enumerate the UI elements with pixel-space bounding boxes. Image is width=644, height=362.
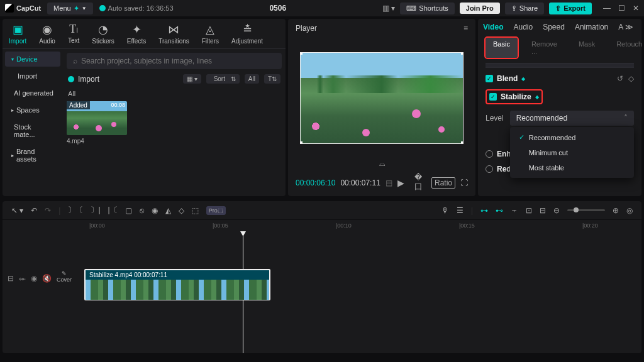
tab-stickers[interactable]: ◔Stickers (92, 23, 114, 45)
all-filter-button[interactable]: All (245, 74, 259, 84)
crop-handle[interactable] (461, 141, 464, 144)
layout-icon[interactable]: ▥ ▾ (382, 4, 395, 13)
link-icon[interactable]: ⊷ (496, 206, 503, 215)
reduce-radio[interactable] (486, 165, 493, 173)
subtab-remove[interactable]: Remove ... (524, 38, 565, 58)
zoom-out-icon[interactable]: ⊖ (553, 206, 560, 215)
media-thumbnail[interactable]: Added 00:08 4.mp4 (67, 101, 127, 145)
crop-handle[interactable] (461, 52, 464, 55)
undo-icon[interactable]: ↶ (31, 206, 37, 215)
dd-min-label: Minimum cut (529, 149, 568, 156)
delete-icon[interactable]: ▢ (125, 206, 132, 215)
pro-tool-icon[interactable]: Prо⬚ (206, 206, 226, 215)
sidebar-item-import[interactable]: Import (5, 69, 60, 84)
fit-icon[interactable]: ◎ (626, 206, 633, 215)
camera-mode-icon[interactable]: ⌓ (379, 159, 385, 168)
dd-item-most-stable[interactable]: Most stable (510, 160, 634, 175)
play-button[interactable]: ▶ (397, 178, 404, 188)
pointer-tool[interactable]: ↖ ▾ (11, 206, 23, 215)
sidebar-item-ai[interactable]: AI generated (5, 85, 60, 101)
cover-button[interactable]: ✎ Cover (55, 269, 73, 284)
zoom-in-icon[interactable]: ⊕ (613, 206, 619, 215)
tab-audio[interactable]: Audio (513, 23, 533, 31)
caption-icon[interactable]: ☰ (457, 206, 464, 215)
share-button[interactable]: ⇪ Share (505, 3, 544, 14)
record-icon[interactable]: ◉ (152, 206, 158, 215)
filter-icon[interactable]: T⇅ (264, 74, 280, 84)
tool-align-icon[interactable]: ⊡ (526, 206, 532, 215)
reset-icon[interactable]: ↺ (617, 74, 623, 83)
tab-text[interactable]: TIText (68, 23, 79, 45)
subtab-mask[interactable]: Mask (571, 38, 602, 58)
join-pro-button[interactable]: Join Pro (460, 3, 500, 14)
timeline-clip[interactable]: Stabilize 4.mp4 00:00:07:11 (84, 269, 270, 300)
mic-icon[interactable]: 🎙 (441, 206, 449, 215)
tab-video[interactable]: Video (483, 23, 503, 31)
tool-snap-icon[interactable]: ⊟ (540, 206, 546, 215)
tab-audio-label: Audio (39, 38, 55, 45)
tool-cut-icon[interactable]: ⫟ (511, 206, 518, 215)
export-button[interactable]: ⇧ Export (549, 3, 592, 14)
search-icon: ⌕ (73, 57, 77, 65)
subtab-retouch[interactable]: Retouch (609, 38, 644, 58)
search-input[interactable]: ⌕ Search project, subjects in image, lin… (67, 53, 282, 69)
level-label: Level (486, 114, 504, 123)
text-icon: TI (69, 23, 78, 36)
enhance-radio[interactable] (486, 150, 493, 158)
minimize-icon[interactable]: — (603, 4, 611, 13)
crop-handle[interactable] (300, 141, 303, 144)
blend-checkbox[interactable]: ✓ (486, 75, 493, 82)
player-viewport[interactable] (300, 52, 464, 144)
sidebar-item-stock[interactable]: Stock mate... (5, 119, 60, 142)
stabilize-checkbox[interactable]: ✓ (489, 93, 497, 101)
rotate-icon[interactable]: ◇ (179, 206, 184, 215)
keyboard-icon: ⌨ (406, 4, 416, 13)
join-pro-label: Join Pro (466, 4, 494, 12)
tab-import[interactable]: ▣Import (9, 23, 26, 45)
subtab-basic[interactable]: Basic (486, 38, 518, 58)
track-lock-icon[interactable]: ⬰ (19, 274, 26, 283)
track-mute-icon[interactable]: 🔇 (42, 274, 52, 283)
dd-item-recommended[interactable]: ✓Recommended (510, 129, 634, 145)
tab-animation[interactable]: Animation (575, 23, 608, 31)
menu-button[interactable]: Menu ✦ ▼ (47, 3, 92, 14)
trim-right-icon[interactable]: |〔 (108, 205, 118, 216)
cut-icon[interactable]: ⎋ (140, 206, 144, 215)
sort-button[interactable]: Sort ⇅ (206, 74, 240, 84)
tab-effects[interactable]: ✦Effects (127, 23, 146, 45)
shortcuts-button[interactable]: ⌨ Shortcuts (400, 3, 454, 14)
mirror-icon[interactable]: ◭ (165, 206, 171, 215)
track-visible-icon[interactable]: ◉ (31, 274, 37, 283)
crop-icon[interactable]: ⬚ (192, 206, 199, 215)
level-dropdown[interactable]: Recommended ˄ ✓Recommended Minimum cut M… (510, 111, 634, 126)
split-icon[interactable]: 〕〔 (68, 205, 83, 216)
sidebar-item-spaces[interactable]: ▸Spaces (5, 102, 60, 118)
scan-icon[interactable]: �囗 (414, 173, 426, 192)
tab-filters[interactable]: ◬Filters (202, 23, 219, 45)
track-toggle-icon[interactable]: ⊟ (8, 274, 14, 283)
player-menu-icon[interactable]: ≡ (464, 24, 468, 33)
fullscreen-icon[interactable]: ⛶ (460, 178, 468, 187)
tab-speed[interactable]: Speed (543, 23, 565, 31)
close-icon[interactable]: ✕ (633, 4, 639, 13)
tab-more[interactable]: A ≫ (618, 23, 633, 31)
sidebar-item-brand[interactable]: ▸Brand assets (5, 144, 60, 167)
sidebar-item-device[interactable]: ▾Device (5, 52, 60, 67)
redo-icon[interactable]: ↷ (45, 206, 51, 215)
crop-handle[interactable] (300, 52, 303, 55)
tab-audio[interactable]: ◉Audio (39, 23, 55, 45)
grid-view-button[interactable]: ▦ ▾ (183, 74, 201, 84)
magnet-on-icon[interactable]: ⊶ (480, 206, 488, 215)
dd-item-minimum[interactable]: Minimum cut (510, 145, 634, 160)
tab-adjustment[interactable]: ≛Adjustment (231, 23, 263, 45)
quality-icon[interactable]: ▤ (386, 178, 392, 187)
timeline-ruler[interactable]: |00:00 |00:05 |00:10 |00:15 |00:20 (3, 220, 641, 234)
maximize-icon[interactable]: ☐ (618, 4, 625, 13)
keyframe-icon[interactable]: ◇ (628, 74, 634, 83)
check-icon (99, 5, 106, 11)
tab-transitions[interactable]: ⋈Transitions (158, 23, 189, 45)
zoom-slider[interactable] (567, 209, 605, 211)
trim-left-icon[interactable]: 〕| (91, 205, 100, 216)
ratio-button[interactable]: Ratio (431, 177, 455, 189)
scrollbar[interactable] (486, 63, 634, 68)
